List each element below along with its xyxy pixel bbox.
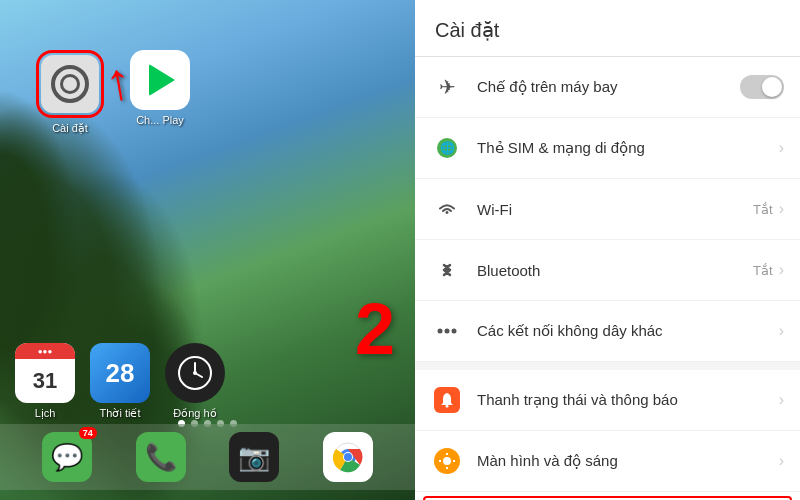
messages-badge: 74	[79, 427, 97, 439]
clock-app-icon[interactable]: Đồng hồ	[165, 343, 225, 420]
calendar-icon-image: ●●● 31	[15, 343, 75, 403]
notifications-icon	[431, 384, 463, 416]
settings-icon-image	[41, 55, 99, 113]
brightness-chevron-icon: ›	[779, 452, 784, 470]
airplane-icon: ✈	[431, 71, 463, 103]
bluetooth-icon	[431, 254, 463, 286]
wifi-status-text: Tắt	[753, 202, 773, 217]
wifi-chevron-icon: ›	[779, 200, 784, 218]
home-icons-area: Cài đặt Ch... Play	[30, 50, 290, 135]
bluetooth-label: Bluetooth	[477, 262, 753, 279]
calendar-icon-label: Lịch	[35, 407, 56, 420]
airplane-mode-item[interactable]: ✈ Chế độ trên máy bay	[415, 57, 800, 118]
wifi-status-area: Tắt ›	[753, 200, 784, 218]
dock-bar: 💬 74 📞 📷	[0, 424, 415, 490]
sim-item[interactable]: 🌐 Thẻ SIM & mạng di động ›	[415, 118, 800, 179]
bluetooth-item[interactable]: Bluetooth Tắt ›	[415, 240, 800, 301]
notifications-chevron-area: ›	[779, 391, 784, 409]
sim-label: Thẻ SIM & mạng di động	[477, 139, 779, 157]
camera-dock-icon[interactable]: 📷	[229, 432, 279, 482]
phone-screen: Cài đặt Ch... Play ↑ ●●● 31 Lịch	[0, 0, 415, 500]
svg-point-15	[443, 457, 451, 465]
notifications-label: Thanh trạng thái và thông báo	[477, 391, 779, 409]
weather-app-icon[interactable]: 28 Thời tiết	[90, 343, 150, 420]
bottom-apps-row: ●●● 31 Lịch 28 Thời tiết	[15, 343, 405, 420]
bluetooth-status-text: Tắt	[753, 263, 773, 278]
svg-point-7	[344, 453, 352, 461]
bluetooth-status-area: Tắt ›	[753, 261, 784, 279]
brightness-icon	[431, 445, 463, 477]
svg-text:🌐: 🌐	[440, 140, 455, 155]
clock-icon-label: Đồng hồ	[173, 407, 216, 420]
airplane-mode-label: Chế độ trên máy bay	[477, 78, 740, 96]
bluetooth-chevron-icon: ›	[779, 261, 784, 279]
brightness-item[interactable]: Màn hình và độ sáng ›	[415, 431, 800, 492]
sim-icon: 🌐	[431, 132, 463, 164]
brightness-label: Màn hình và độ sáng	[477, 452, 779, 470]
annotation-number-2: 2	[355, 288, 395, 370]
wireless-other-item[interactable]: Các kết nối không dây khác ›	[415, 301, 800, 362]
wireless-other-chevron-icon: ›	[779, 322, 784, 340]
wifi-item[interactable]: Wi-Fi Tắt ›	[415, 179, 800, 240]
chrome-dock-icon[interactable]	[323, 432, 373, 482]
settings-app-icon[interactable]: Cài đặt	[30, 50, 110, 135]
svg-point-3	[193, 371, 197, 375]
brightness-chevron-area: ›	[779, 452, 784, 470]
settings-icon-label: Cài đặt	[52, 122, 88, 135]
wifi-icon	[431, 193, 463, 225]
play-triangle-icon	[149, 64, 175, 96]
wallpaper-item[interactable]: Kho ảnh màn hình chính và màn hình khóa …	[423, 496, 792, 500]
wireless-dots-icon	[431, 315, 463, 347]
notifications-chevron-icon: ›	[779, 391, 784, 409]
gear-icon	[51, 65, 89, 103]
settings-title: Cài đặt	[435, 18, 780, 42]
svg-point-13	[452, 329, 457, 334]
weather-icon-image: 28	[90, 343, 150, 403]
svg-point-11	[438, 329, 443, 334]
airplane-toggle-area	[740, 75, 784, 99]
divider-1	[415, 362, 800, 370]
sim-chevron-area: ›	[779, 139, 784, 157]
notifications-item[interactable]: Thanh trạng thái và thông báo ›	[415, 370, 800, 431]
weather-icon-label: Thời tiết	[100, 407, 141, 420]
settings-list: ✈ Chế độ trên máy bay 🌐 Thẻ SIM & mạng d…	[415, 57, 800, 500]
phone-dock-icon[interactable]: 📞	[136, 432, 186, 482]
sim-chevron-icon: ›	[779, 139, 784, 157]
wifi-label: Wi-Fi	[477, 201, 753, 218]
messages-dock-icon[interactable]: 💬 74	[42, 432, 92, 482]
wireless-other-chevron-area: ›	[779, 322, 784, 340]
airplane-toggle[interactable]	[740, 75, 784, 99]
wireless-other-label: Các kết nối không dây khác	[477, 322, 779, 340]
settings-panel: Cài đặt ✈ Chế độ trên máy bay 🌐 Thẻ SIM …	[415, 0, 800, 500]
clock-icon-image	[165, 343, 225, 403]
playstore-icon-label: Ch... Play	[136, 114, 184, 126]
svg-rect-14	[446, 405, 449, 408]
settings-icon-border	[36, 50, 104, 118]
calendar-app-icon[interactable]: ●●● 31 Lịch	[15, 343, 75, 420]
svg-point-12	[445, 329, 450, 334]
settings-header: Cài đặt	[415, 0, 800, 57]
